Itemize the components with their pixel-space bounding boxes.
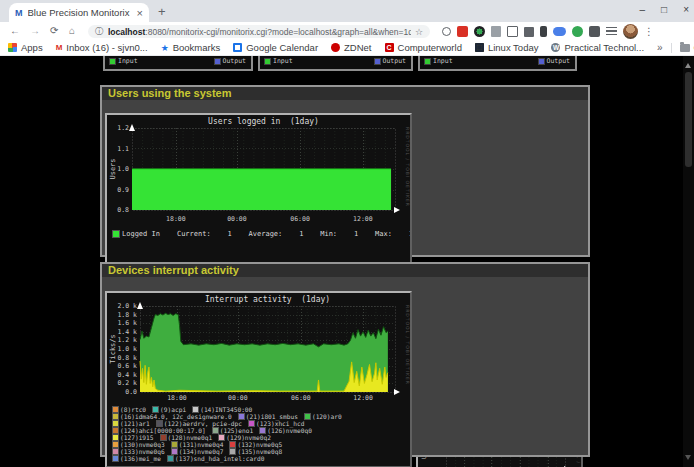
bookmark-label: Apps [21, 42, 43, 53]
bookmark-practical-technology[interactable]: WPractical Technol... [551, 42, 644, 53]
chart-legend: Logged InCurrent: 1 Average: 1 Min: 1 Ma… [113, 230, 407, 238]
x-tick-label: 18:00 [167, 394, 187, 402]
forward-button[interactable]: → [30, 25, 40, 36]
minimize-button[interactable]: – [640, 1, 646, 19]
bookmark-linux-today[interactable]: Linux Today [475, 42, 539, 53]
legend-color-swatch [260, 428, 265, 433]
bookmark-star-icon[interactable]: ☆ [415, 27, 423, 37]
new-tab-button[interactable]: + [158, 4, 166, 19]
legend-color-swatch [113, 449, 118, 454]
scroll-up-arrow-icon[interactable] [685, 60, 691, 68]
input-legend-label: Input [273, 57, 293, 65]
legend-row: Logged InCurrent: 1 Average: 1 Min: 1 Ma… [113, 230, 407, 238]
legend-color-swatch [230, 442, 235, 447]
input-legend-label: Input [433, 57, 453, 65]
phone-extension-icon[interactable] [540, 26, 547, 37]
search-extension-icon[interactable] [442, 27, 451, 36]
scroll-down-arrow-icon[interactable] [685, 455, 691, 463]
cloud-extension-icon[interactable] [553, 27, 566, 36]
legend-label: (133)nvme0q6 [120, 448, 165, 455]
x-tick-label: 18:00 [166, 215, 186, 223]
legend-row: (127)i915(128)nvme0q1(129)nvme0q2 [113, 434, 407, 441]
legend-label: (137)snd_hda_intel:card0 [175, 455, 264, 462]
profile-avatar[interactable] [623, 24, 638, 39]
input-legend-swatch [265, 59, 270, 64]
maximize-button[interactable]: □ [661, 1, 667, 19]
address-bar[interactable]: ⓘ localhost:8080/monitorix-cgi/monitorix… [88, 25, 430, 38]
network-graph-partial-3[interactable]: Input Output [418, 56, 577, 71]
legend-color-swatch [213, 428, 218, 433]
browser-tab[interactable]: M Blue Precision Monitorix × [9, 3, 149, 22]
legend-color-swatch [172, 449, 177, 454]
legend-label: (120)ar0 [312, 413, 342, 420]
bookmark-label: Google Calendar [246, 42, 318, 53]
chart-plot [107, 115, 410, 264]
bookmarks-bar: Apps MInbox (16) - sjvn0... ★Bookmarks G… [0, 40, 694, 56]
legend-color-swatch [219, 435, 224, 440]
legend-label: (8)rtc0 [120, 406, 146, 413]
x-tick-label: 06:00 [291, 394, 311, 402]
puzzle-extensions-icon[interactable] [589, 26, 600, 37]
bookmark-google-calendar[interactable]: Google Calendar [233, 42, 318, 53]
mail-extension-icon[interactable] [457, 26, 468, 37]
url-path: :8080/monitorix-cgi/monitorix.cgi?mode=l… [145, 27, 411, 37]
circle-extension-icon[interactable] [572, 26, 583, 37]
legend-color-swatch [161, 435, 166, 440]
monitorix-favicon-icon: M [15, 8, 23, 18]
back-button[interactable]: ← [10, 25, 20, 36]
y-tick-label: 2.0 k [117, 302, 137, 310]
legend-color-swatch [249, 421, 254, 426]
scrollbar-thumb[interactable] [685, 72, 692, 167]
bookmark-apps[interactable]: Apps [8, 42, 43, 53]
legend-color-swatch [157, 421, 162, 426]
y-tick-label: 0.4 k [117, 371, 137, 379]
network-graph-partial-2[interactable]: Input Output [258, 56, 413, 71]
legend-color-swatch [113, 407, 118, 412]
page-scrollbar[interactable] [683, 56, 694, 467]
bookmark-computerworld[interactable]: CComputerworld [385, 42, 462, 53]
url-host: localhost [108, 27, 145, 37]
tab-close-icon[interactable]: × [137, 7, 143, 19]
y-tick-label: 1.2 [117, 124, 129, 132]
apps-grid-icon [8, 43, 17, 52]
output-legend-swatch [539, 59, 544, 64]
bookmarks-divider [671, 43, 672, 53]
y-tick-label: 0.8 [117, 206, 129, 214]
x-tick-label: 00:00 [227, 215, 247, 223]
star-icon: ★ [161, 43, 169, 53]
bookmark-bookmarks[interactable]: ★Bookmarks [161, 42, 221, 53]
square-extension-icon[interactable] [507, 26, 518, 37]
reload-button[interactable]: ⟳ [50, 25, 58, 36]
section-users-title: Users using the system [102, 87, 588, 100]
interrupt-activity-graph[interactable]: Interrupt activity (1day)Ticks/s0.00.2 k… [105, 291, 412, 467]
bookmark-label: Practical Technol... [564, 42, 644, 53]
legend-label: (134)nvme0q7 [179, 448, 224, 455]
bookmark-label: Computerworld [398, 42, 462, 53]
output-legend-label: Output [383, 57, 406, 65]
home-button[interactable]: ⌂ [69, 25, 75, 36]
feedly-extension-icon[interactable] [474, 26, 485, 37]
monitorix-page: Input Output Input Output Input Output U… [0, 56, 694, 467]
section-interrupts: Devices interrupt activity Interrupt act… [100, 262, 590, 457]
legend-color-swatch [113, 414, 118, 419]
bookmark-label: Inbox (16) - sjvn0... [66, 42, 147, 53]
users-logged-in-graph[interactable]: Users logged in (1day)Users0.80.91.01.11… [105, 113, 412, 266]
bookmark-inbox[interactable]: MInbox (16) - sjvn0... [56, 42, 148, 53]
window-close-button[interactable]: × [683, 1, 689, 19]
computerworld-icon: C [385, 43, 394, 52]
legend-label: (123)xhci_hcd [256, 420, 304, 427]
legend-color-swatch [193, 407, 198, 412]
browser-menu-icon[interactable]: ⋮ [644, 26, 654, 37]
y-tick-label: 1.1 [117, 145, 129, 153]
pages-extension-icon[interactable] [491, 26, 501, 37]
bookmark-label: ZDNet [344, 42, 371, 53]
network-graph-partial-1[interactable]: Input Output [103, 56, 253, 71]
bookmarks-overflow-chevron-icon[interactable]: » [657, 42, 663, 53]
bookmark-zdnet[interactable]: ZDNet [331, 42, 371, 53]
y-tick-label: 1.6 k [117, 319, 137, 327]
tab-list-icon[interactable] [606, 27, 617, 36]
site-info-icon[interactable]: ⓘ [95, 26, 103, 37]
speaker-extension-icon[interactable] [524, 27, 534, 37]
legend-color-swatch [239, 414, 244, 419]
other-bookmarks-button[interactable]: Other bookmarks [680, 42, 694, 53]
